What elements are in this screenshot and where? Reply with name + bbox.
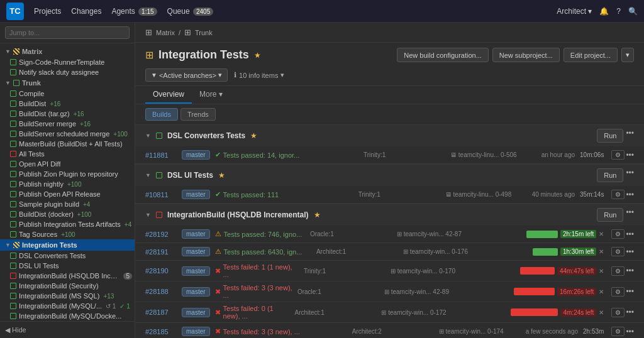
build-number[interactable]: #28190 (145, 267, 177, 275)
run-button[interactable]: Run (597, 129, 623, 143)
more-options-button[interactable]: ▾ (621, 48, 634, 62)
sidebar-item-dsl-converters[interactable]: DSL Converters Tests (0, 251, 135, 261)
sidebar-item-publish-zion[interactable]: Publish Zion Plugin to repository (0, 169, 135, 179)
action-btn[interactable]: ⚙ (611, 308, 625, 317)
sidebar-item-openapi[interactable]: Open API Diff (0, 159, 135, 169)
new-subproject-button[interactable]: New subproject... (492, 48, 560, 62)
sidebar-item-mysql[interactable]: IntegrationBuild (MySQL/... ↺ 1 ✓ 1 (0, 301, 135, 311)
branch-badge[interactable]: master (182, 327, 210, 336)
sidebar-item-builddist-docker[interactable]: BuildDist (docker) +100 (0, 209, 135, 219)
favorite-star-icon[interactable]: ★ (254, 51, 261, 60)
more-dots[interactable]: ••• (626, 168, 634, 182)
sidebar-item-publish-openapi[interactable]: Publish Open API Release (0, 189, 135, 199)
more-dots[interactable]: ••• (626, 287, 634, 296)
branch-badge[interactable]: master (182, 287, 210, 297)
sidebar-item-tag-sources[interactable]: Tag Sources +100 (0, 229, 135, 239)
build-number[interactable]: #11881 (145, 151, 177, 159)
info-items[interactable]: ℹ 10 info items ▾ (234, 71, 284, 79)
more-dots[interactable]: ••• (626, 129, 634, 143)
action-btn[interactable]: ⚙ (611, 287, 625, 297)
sidebar-group-integration-tests[interactable]: ▼ Integration Tests (0, 239, 135, 251)
sidebar-item-dsl-ui[interactable]: DSL UI Tests (0, 261, 135, 271)
sidebar-group-matrix[interactable]: ▼ Matrix (0, 46, 135, 57)
nav-changes[interactable]: Changes (71, 7, 101, 16)
build-number[interactable]: #28188 (145, 288, 177, 295)
build-number[interactable]: #28185 (145, 328, 177, 335)
branch-filter[interactable]: ▼ <Active branches> ▾ (145, 68, 228, 82)
build-group-header[interactable]: ▼ DSL Converters Tests ★ Run ••• (135, 125, 644, 146)
sidebar-item-notify-slack[interactable]: Notify slack duty assignee (0, 67, 135, 77)
breadcrumb-matrix[interactable]: Matrix (156, 29, 175, 36)
branch-badge[interactable]: master (182, 229, 210, 239)
sidebar-item-masterbuild[interactable]: MasterBuild (BuildDist + All Tests) (0, 139, 135, 149)
action-btn[interactable]: ⚙ (611, 327, 625, 336)
build-number[interactable]: #28191 (145, 248, 177, 256)
run-button[interactable]: Run (597, 168, 623, 182)
run-button[interactable]: Run (597, 208, 623, 222)
action-btn[interactable]: ⚙ (611, 266, 625, 276)
sidebar-item-all-tests[interactable]: All Tests (0, 149, 135, 159)
sidebar-item-publish-artifacts[interactable]: Publish Integration Tests Artifacts +4 (0, 219, 135, 229)
branch-badge[interactable]: master (182, 190, 210, 199)
sidebar-item-mysql-docker[interactable]: IntegrationBuild (MySQL/Docke... (0, 311, 135, 321)
sidebar-item-builddist[interactable]: BuildDist +16 (0, 99, 135, 109)
sidebar-item-buildserver-merge[interactable]: BuildServer merge +16 (0, 119, 135, 129)
branch-badge[interactable]: master (182, 247, 210, 256)
cancel-icon[interactable]: ✕ (599, 231, 604, 237)
search-input[interactable] (5, 26, 130, 39)
more-dots[interactable]: ••• (626, 248, 634, 256)
nav-queue[interactable]: Queue 2405 (167, 7, 214, 16)
cancel-icon[interactable]: ✕ (599, 309, 604, 316)
nav-search[interactable]: 🔍 (628, 7, 638, 16)
action-btn[interactable]: ⚙ (611, 150, 625, 160)
action-btn[interactable]: ⚙ (611, 190, 625, 199)
action-btn[interactable]: ⚙ (611, 229, 625, 239)
build-group-header[interactable]: ▼ DSL UI Tests ★ Run ••• (135, 165, 644, 186)
group-star-icon[interactable]: ★ (314, 210, 321, 219)
sidebar-item-sign-code[interactable]: Sign-Code-RunnerTemplate (0, 57, 135, 67)
cancel-icon[interactable]: ✕ (599, 288, 604, 295)
edit-project-button[interactable]: Edit project... (564, 48, 618, 62)
sidebar-group-trunk[interactable]: ▼ Trunk (0, 77, 135, 89)
hide-sidebar-btn[interactable]: ◀ Hide (5, 326, 26, 334)
nav-help[interactable]: ? (616, 7, 621, 16)
nav-bell[interactable]: 🔔 (599, 7, 609, 16)
nav-user[interactable]: Architect ▾ (557, 7, 592, 16)
tab-overview[interactable]: Overview (145, 86, 192, 104)
app-logo[interactable]: TC (6, 3, 24, 20)
cancel-icon[interactable]: ✕ (599, 248, 604, 255)
breadcrumb-trunk[interactable]: Trunk (195, 29, 213, 36)
more-dots[interactable]: ••• (626, 230, 634, 239)
sidebar-item-buildserver-sched[interactable]: BuildServer scheduled merge +100 (0, 129, 135, 139)
sidebar-item-sample-plugin[interactable]: Sample plugin build +4 (0, 199, 135, 209)
nav-agents[interactable]: Agents 1:15 (111, 7, 157, 16)
sidebar-item-compile[interactable]: Compile (0, 89, 135, 99)
nav-projects[interactable]: Projects (34, 7, 61, 16)
more-dots[interactable]: ••• (626, 151, 634, 160)
build-number[interactable]: #10811 (145, 191, 177, 199)
group-star-icon[interactable]: ★ (218, 171, 225, 180)
action-btn[interactable]: ⚙ (611, 247, 625, 256)
more-dots[interactable]: ••• (626, 308, 634, 317)
new-build-config-button[interactable]: New build configuration... (397, 48, 489, 62)
more-dots[interactable]: ••• (626, 266, 634, 275)
sidebar-item-security[interactable]: IntegrationBuild (Security) (0, 281, 135, 291)
sidebar-item-publish-nightly[interactable]: Publish nightly +100 (0, 179, 135, 189)
more-dots[interactable]: ••• (626, 208, 634, 222)
build-number[interactable]: #28187 (145, 308, 177, 316)
sidebar-item-hsqldb[interactable]: IntegrationBuild (HSQLDB Incre... 5 (0, 271, 135, 281)
build-group-header[interactable]: ▼ IntegrationBuild (HSQLDB Incremental) … (135, 204, 644, 226)
tab-more[interactable]: More ▾ (192, 86, 230, 104)
branch-badge[interactable]: master (182, 266, 210, 276)
branch-badge[interactable]: master (182, 308, 210, 317)
subtab-builds[interactable]: Builds (145, 108, 178, 121)
group-star-icon[interactable]: ★ (250, 131, 257, 140)
cancel-icon[interactable]: ✕ (599, 268, 604, 275)
more-dots[interactable]: ••• (626, 190, 634, 199)
branch-badge[interactable]: master (182, 150, 210, 160)
sidebar-item-mssql[interactable]: IntegrationBuild (MS SQL) +13 (0, 291, 135, 301)
sidebar-item-builddist-tgz[interactable]: BuildDist (tar.gz) +16 (0, 109, 135, 119)
more-dots[interactable]: ••• (626, 327, 634, 336)
build-number[interactable]: #28192 (145, 231, 177, 238)
subtab-trends[interactable]: Trends (180, 108, 216, 121)
